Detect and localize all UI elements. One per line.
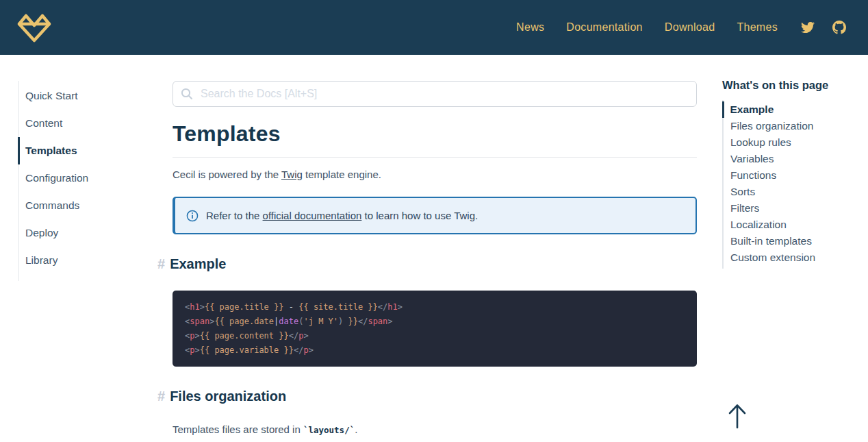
code-line: <span>{{ page.date|date('j M Y') }}</spa… (185, 315, 685, 329)
title-divider (173, 157, 697, 158)
note-text-post: to learn how to use Twig. (361, 210, 478, 221)
nav-link-news[interactable]: News (516, 21, 544, 34)
toc-item-custom-extension[interactable]: Custom extension (724, 249, 868, 266)
section-title-text: Files organization (170, 389, 286, 404)
sidebar-item-content[interactable]: Content (19, 110, 173, 137)
navbar-links: News Documentation Download Themes (516, 21, 852, 34)
toc-item-filters[interactable]: Filters (724, 200, 868, 217)
intro-paragraph: Cecil is powered by the Twig template en… (173, 169, 697, 180)
files-paragraph: Templates files are stored in `layouts/`… (173, 423, 697, 435)
sidebar-item-configuration[interactable]: Configuration (19, 164, 173, 192)
sidebar-item-deploy[interactable]: Deploy (19, 219, 173, 247)
navbar-social-icons (801, 21, 852, 34)
sidebar-item-quick-start[interactable]: Quick Start (19, 82, 173, 110)
toc-item-lookup-rules[interactable]: Lookup rules (724, 134, 868, 151)
sidebar-item-commands[interactable]: Commands (19, 192, 173, 219)
page-title: Templates (173, 121, 697, 147)
main-content: Templates Cecil is powered by the Twig t… (173, 81, 697, 435)
toc-heading: What's on this page (722, 79, 868, 92)
toc-item-example[interactable]: Example (722, 101, 868, 118)
code-line: <p>{{ page.variable }}</p> (185, 343, 685, 358)
page-toc: What's on this page Example Files organi… (722, 81, 868, 435)
note-text-pre: Refer to the (206, 210, 263, 221)
search-input[interactable] (173, 81, 697, 107)
toc-item-functions[interactable]: Functions (724, 167, 868, 184)
intro-text-end: template engine. (303, 169, 381, 180)
search-box (173, 81, 697, 107)
sidebar-item-library[interactable]: Library (19, 247, 173, 274)
toc-item-localization[interactable]: Localization (724, 217, 868, 233)
sidebar-item-templates[interactable]: Templates (18, 137, 173, 164)
section-heading-example: #Example (173, 256, 697, 272)
search-icon (181, 88, 193, 100)
official-documentation-link[interactable]: official documentation (263, 210, 362, 221)
top-navbar: News Documentation Download Themes (0, 0, 868, 55)
anchor-hash-icon[interactable]: # (157, 389, 165, 404)
twitter-icon[interactable] (801, 21, 815, 34)
toc-item-built-in-templates[interactable]: Built-in templates (724, 233, 868, 249)
code-line: <p>{{ page.content }}</p> (185, 329, 685, 343)
anchor-hash-icon[interactable]: # (157, 256, 165, 271)
code-line: <h1>{{ page.title }} - {{ site.title }}<… (185, 300, 685, 315)
github-icon[interactable] (832, 21, 846, 34)
intro-text: Cecil is powered by the (173, 169, 281, 180)
toc-item-sorts[interactable]: Sorts (724, 184, 868, 200)
nav-link-documentation[interactable]: Documentation (566, 21, 643, 34)
nav-link-download[interactable]: Download (665, 21, 715, 34)
files-text-post: . (355, 423, 357, 435)
cecil-logo-icon[interactable] (16, 12, 52, 45)
toc-item-variables[interactable]: Variables (724, 151, 868, 167)
section-heading-files-organization: #Files organization (173, 389, 697, 404)
docs-sidebar: Quick Start Content Templates Configurat… (18, 81, 173, 435)
back-to-top-button[interactable] (726, 402, 749, 430)
twig-link[interactable]: Twig (281, 169, 303, 180)
info-note: Refer to the official documentation to l… (173, 197, 697, 234)
files-text-pre: Templates files are stored in (173, 423, 303, 435)
code-block: <h1>{{ page.title }} - {{ site.title }}<… (173, 291, 697, 367)
section-title-text: Example (170, 256, 226, 271)
note-text: Refer to the official documentation to l… (206, 210, 478, 221)
inline-code-layouts: `layouts/` (303, 425, 355, 435)
info-icon (186, 210, 199, 222)
nav-link-themes[interactable]: Themes (737, 21, 778, 34)
toc-item-files-organization[interactable]: Files organization (724, 118, 868, 134)
